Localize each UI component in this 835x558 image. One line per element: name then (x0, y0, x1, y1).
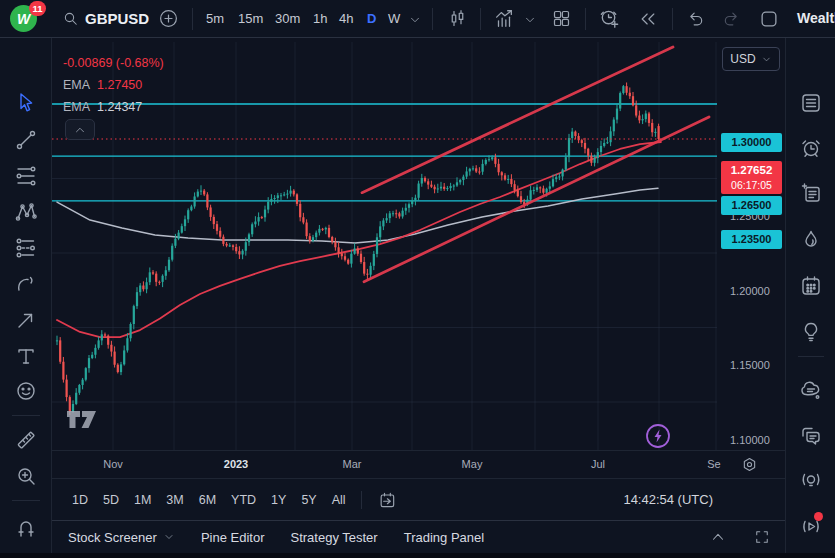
undo-icon[interactable] (685, 9, 705, 29)
forecast-tool-icon[interactable] (14, 236, 38, 260)
indicator-row-ema-fast[interactable]: EMA1.27450 (63, 74, 164, 96)
text-tool-icon[interactable] (14, 344, 38, 368)
minds-cloud-icon[interactable] (799, 378, 823, 402)
bar-countdown: 06:17:05 (721, 178, 782, 193)
timeframe-15m[interactable]: 15m (238, 11, 263, 26)
streams-idea-icon[interactable] (799, 468, 823, 492)
range-ytd[interactable]: YTD (231, 493, 256, 507)
alert-add-icon[interactable] (598, 7, 621, 30)
chart-style-candles-icon[interactable] (447, 8, 468, 29)
chart-settings-gear-icon[interactable] (740, 455, 759, 474)
time-axis[interactable]: Nov 2023 Mar May Jul Se (52, 450, 785, 478)
timeframes-chevron-down-icon[interactable] (408, 13, 422, 27)
notification-badge: 11 (29, 1, 46, 16)
time-tick: Jul (591, 458, 605, 470)
range-all[interactable]: All (332, 493, 346, 507)
tab-pine-editor[interactable]: Pine Editor (201, 530, 265, 545)
xabcd-pattern-tool-icon[interactable] (14, 200, 38, 224)
toolbar-divider (12, 415, 40, 416)
toolbar-divider (480, 8, 481, 30)
zoom-in-tool-icon[interactable] (14, 464, 38, 488)
indicator-name: EMA (63, 100, 90, 114)
timeframe-1h[interactable]: 1h (313, 11, 327, 26)
range-5d[interactable]: 5D (103, 493, 119, 507)
tab-trading-panel[interactable]: Trading Panel (404, 530, 484, 545)
toolbar-divider (672, 8, 673, 30)
legend-collapse-button[interactable] (65, 119, 95, 140)
watchlist-icon[interactable] (799, 91, 823, 115)
tab-strategy-tester[interactable]: Strategy Tester (290, 530, 377, 545)
timeframe-1w[interactable]: W (388, 11, 400, 26)
tab-stock-screener[interactable]: Stock Screener (68, 530, 175, 545)
cursor-tool-icon[interactable] (14, 91, 38, 115)
range-6m[interactable]: 6M (199, 493, 216, 507)
currency-dropdown[interactable]: USD (722, 47, 780, 71)
emoji-tool-icon[interactable] (14, 379, 38, 403)
top-toolbar: W 11 GBPUSD 5m 15m 30m 1h 4h D W Wealth (0, 0, 835, 38)
toolbar-divider (12, 500, 40, 501)
magnet-tool-icon[interactable] (14, 516, 38, 540)
search-icon[interactable] (62, 10, 80, 28)
chevron-up-icon (73, 123, 87, 137)
tab-label: Stock Screener (68, 530, 157, 545)
time-tick-year: 2023 (224, 458, 248, 470)
measure-tool-icon[interactable] (14, 428, 38, 452)
toolbar-divider (192, 8, 193, 30)
timeframe-30m[interactable]: 30m (275, 11, 300, 26)
level-price-label: 1.23500 (721, 230, 782, 249)
range-1m[interactable]: 1M (134, 493, 151, 507)
go-to-date-icon[interactable] (377, 490, 397, 510)
timeframe-4h[interactable]: 4h (339, 11, 353, 26)
brush-tool-icon[interactable] (14, 272, 38, 296)
range-divider (361, 491, 362, 509)
maximize-panel-icon[interactable] (753, 528, 771, 546)
arrow-tool-icon[interactable] (14, 308, 38, 332)
ideas-lightbulb-icon[interactable] (799, 320, 823, 344)
chart-legend: -0.00869 (-0.68%) EMA1.27450 EMA1.24347 (63, 52, 164, 118)
chat-icon[interactable] (799, 423, 823, 447)
timeframe-1d[interactable]: D (367, 11, 376, 26)
clock-utc[interactable]: 14:42:54 (UTC) (623, 492, 713, 507)
price-axis[interactable]: USD 1.25000 1.20000 1.15000 1.10000 1.30… (717, 38, 785, 450)
time-tick: May (462, 458, 483, 470)
calendar-icon[interactable] (799, 274, 823, 298)
screener-chevron-down-icon (163, 531, 175, 543)
time-tick: Nov (103, 458, 123, 470)
quick-trade-flash-icon[interactable] (645, 423, 671, 449)
logo-glyph: W (17, 11, 30, 27)
price-tick: 1.15000 (730, 359, 770, 371)
indicator-value: 1.24347 (97, 100, 142, 114)
bar-replay-icon[interactable] (638, 9, 658, 29)
sidebar-divider (798, 356, 824, 357)
redo-icon[interactable] (722, 9, 742, 29)
indicator-row-ema-slow[interactable]: EMA1.24347 (63, 96, 164, 118)
range-1y[interactable]: 1Y (271, 493, 286, 507)
range-1d[interactable]: 1D (72, 493, 88, 507)
indicators-chevron-down-icon[interactable] (523, 13, 537, 27)
tab-label: Strategy Tester (290, 530, 377, 545)
tradingview-watermark (66, 410, 100, 434)
symbol-button[interactable]: GBPUSD (85, 10, 149, 27)
toolbar-divider (432, 8, 433, 30)
layout-grid-icon[interactable] (551, 8, 572, 29)
compare-add-icon[interactable] (158, 8, 179, 29)
indicators-icon[interactable] (493, 8, 515, 30)
last-price-label: 1.27652 06:17:05 (721, 161, 782, 194)
expand-panel-chevron-up-icon[interactable] (709, 528, 727, 546)
range-3m[interactable]: 3M (166, 493, 183, 507)
trend-line-tool-icon[interactable] (14, 128, 38, 152)
toolbar-divider (585, 8, 586, 30)
tab-label: Pine Editor (201, 530, 265, 545)
hotlists-flame-icon[interactable] (799, 228, 823, 252)
fib-retracement-tool-icon[interactable] (14, 164, 38, 188)
notes-icon[interactable] (799, 181, 823, 205)
range-5y[interactable]: 5Y (301, 493, 316, 507)
level-price-label: 1.30000 (721, 133, 782, 152)
time-tick: Se (707, 458, 720, 470)
price-tick: 1.20000 (730, 285, 770, 297)
last-price-value: 1.27652 (721, 163, 782, 178)
alerts-icon[interactable] (799, 136, 823, 160)
save-layout-icon[interactable] (758, 8, 780, 30)
timeframe-5m[interactable]: 5m (206, 11, 224, 26)
account-name[interactable]: Wealth (797, 10, 835, 26)
